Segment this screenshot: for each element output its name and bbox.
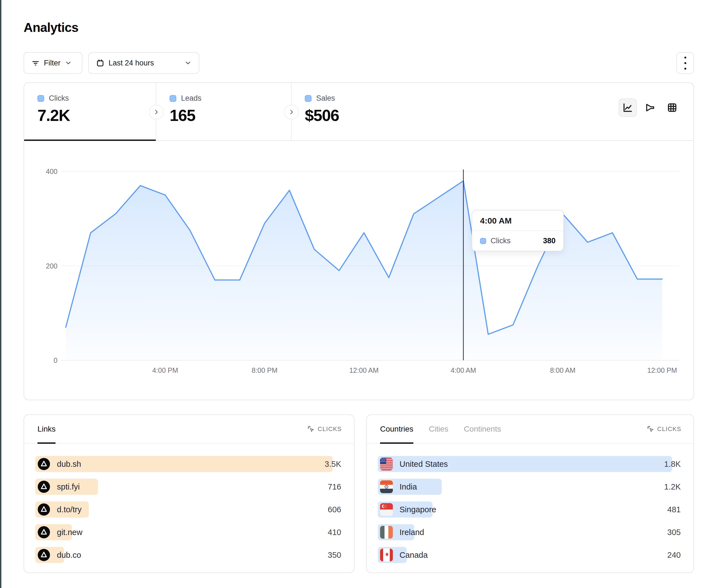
country-label: Singapore <box>400 505 436 514</box>
country-label: India <box>400 482 417 492</box>
tab-continents[interactable]: Continents <box>464 415 501 443</box>
country-label: Canada <box>400 550 428 560</box>
x-axis-tick: 12:00 PM <box>647 366 677 375</box>
link-clicks: 3.5K <box>325 459 341 469</box>
expand-leads-button[interactable] <box>284 105 299 119</box>
country-row[interactable]: United States 1.8K <box>378 456 681 472</box>
tooltip-time: 4:00 AM <box>472 210 563 231</box>
tab-cities[interactable]: Cities <box>429 415 448 443</box>
filter-icon <box>31 59 40 67</box>
clicks-tab-label: Clicks <box>49 94 69 103</box>
leads-value: 165 <box>170 106 291 125</box>
country-label: United States <box>400 459 448 469</box>
link-row[interactable]: dub.co 350 <box>35 547 342 563</box>
countries-tab-label: Countries <box>380 425 413 433</box>
chevron-down-icon <box>65 59 72 67</box>
dub-logo-icon <box>38 480 50 493</box>
funnel-chart-toggle[interactable] <box>641 98 659 117</box>
country-row[interactable]: Singapore 481 <box>378 501 681 518</box>
tab-links[interactable]: Links <box>38 415 56 443</box>
tooltip-legend-chip <box>480 238 486 244</box>
links-panel: Links CLICKS dub.sh 3.5K <box>24 414 354 573</box>
country-row[interactable]: Ireland 305 <box>378 524 681 540</box>
line-chart-toggle[interactable] <box>619 98 637 117</box>
links-sort-label: CLICKS <box>318 426 342 433</box>
x-axis-tick: 12:00 AM <box>349 366 379 375</box>
link-row[interactable]: spti.fyi 716 <box>35 479 342 495</box>
links-tab-label: Links <box>38 425 56 433</box>
country-row[interactable]: Canada 240 <box>378 547 681 563</box>
india-flag-icon <box>380 480 393 493</box>
kebab-menu-icon <box>684 56 686 70</box>
link-clicks: 350 <box>328 550 341 560</box>
countries-panel: Countries Cities Continents CLICKS <box>366 414 694 573</box>
country-clicks: 481 <box>667 505 681 514</box>
countries-sort-toggle[interactable]: CLICKS <box>647 426 681 433</box>
link-label: git.new <box>57 528 83 537</box>
dub-logo-icon <box>38 503 50 516</box>
tab-leads[interactable]: Leads 165 <box>156 83 292 140</box>
funnel-icon <box>644 102 655 113</box>
chevron-right-icon <box>288 109 295 115</box>
expand-clicks-button[interactable] <box>149 105 164 119</box>
x-axis-tick: 8:00 AM <box>550 366 576 375</box>
gridlines <box>61 172 680 360</box>
tab-clicks[interactable]: Clicks 7.2K <box>24 83 156 140</box>
leads-tab-label: Leads <box>181 94 201 103</box>
sales-legend-chip <box>305 95 311 102</box>
countries-sort-label: CLICKS <box>657 426 681 433</box>
table-view-toggle[interactable] <box>663 98 681 117</box>
link-label: spti.fyi <box>57 482 80 492</box>
link-label: dub.sh <box>57 459 81 469</box>
tooltip-value: 380 <box>543 236 556 245</box>
calendar-icon <box>96 59 104 67</box>
country-label: Ireland <box>400 528 424 537</box>
clicks-legend-chip <box>38 95 44 102</box>
x-axis-tick: 8:00 PM <box>252 366 277 375</box>
links-list: dub.sh 3.5K spti.fyi 716 d.to/try 606 <box>24 444 354 563</box>
area-fill <box>66 181 662 360</box>
links-sort-toggle[interactable]: CLICKS <box>307 426 342 433</box>
ireland-flag-icon <box>380 526 393 539</box>
link-label: dub.co <box>57 550 81 560</box>
link-row[interactable]: dub.sh 3.5K <box>35 456 342 472</box>
leads-legend-chip <box>170 95 176 102</box>
clicks-line <box>66 181 662 334</box>
filter-button[interactable]: Filter <box>24 52 83 74</box>
link-row[interactable]: d.to/try 606 <box>35 501 342 518</box>
link-clicks: 410 <box>328 528 341 537</box>
chart-type-toggles <box>619 98 681 117</box>
country-clicks: 240 <box>667 550 681 560</box>
date-range-label: Last 24 hours <box>109 59 154 67</box>
metric-tabs: Clicks 7.2K Leads 165 Sales $506 <box>24 83 693 141</box>
link-clicks: 716 <box>328 482 341 492</box>
cursor-click-icon <box>647 426 654 433</box>
y-axis-tick: 400 <box>34 167 58 176</box>
tab-countries[interactable]: Countries <box>380 415 413 443</box>
link-label: d.to/try <box>57 505 82 514</box>
chevron-down-icon <box>184 59 192 67</box>
y-axis-tick: 200 <box>34 262 58 270</box>
date-range-button[interactable]: Last 24 hours <box>88 52 199 74</box>
country-clicks: 1.2K <box>664 482 681 492</box>
cities-tab-label: Cities <box>429 425 448 433</box>
x-axis-tick: 4:00 PM <box>152 366 178 375</box>
country-clicks: 1.8K <box>664 459 681 469</box>
countries-list: United States 1.8K India 1.2K <box>367 444 693 563</box>
dub-logo-icon <box>38 526 50 539</box>
x-axis-tick: 4:00 AM <box>451 366 476 375</box>
more-options-button[interactable] <box>676 52 694 74</box>
dub-logo-icon <box>38 549 50 561</box>
sales-tab-label: Sales <box>316 94 335 103</box>
y-axis-tick: 0 <box>34 356 58 364</box>
chevron-right-icon <box>153 109 159 115</box>
link-row[interactable]: git.new 410 <box>35 524 342 540</box>
window-edge <box>0 0 1 588</box>
filter-label: Filter <box>44 59 61 67</box>
singapore-flag-icon <box>380 503 393 516</box>
country-row[interactable]: India 1.2K <box>378 479 681 495</box>
canada-flag-icon <box>380 549 393 561</box>
analytics-chart-card: Clicks 7.2K Leads 165 Sales $506 <box>24 82 694 400</box>
country-clicks: 305 <box>667 528 681 537</box>
grid-icon <box>667 102 678 113</box>
